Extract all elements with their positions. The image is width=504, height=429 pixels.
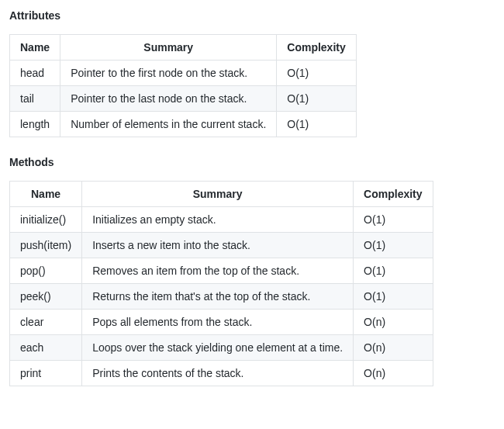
cell-name: initialize() [10,207,82,233]
cell-summary: Pointer to the last node on the stack. [60,86,277,112]
table-row: clear Pops all elements from the stack. … [10,310,433,335]
section-title-methods: Methods [9,156,495,168]
cell-summary: Loops over the stack yielding one elemen… [82,335,354,361]
col-header-name: Name [10,35,60,61]
cell-complexity: O(n) [354,335,433,361]
table-row: each Loops over the stack yielding one e… [10,335,433,361]
table-row: initialize() Initializes an empty stack.… [10,207,433,233]
table-row: pop() Removes an item from the top of th… [10,258,433,284]
table-row: print Prints the contents of the stack. … [10,361,433,386]
col-header-complexity: Complexity [277,35,356,61]
table-row: push(item) Inserts a new item into the s… [10,233,433,258]
cell-name: peek() [10,284,82,310]
cell-summary: Pointer to the first node on the stack. [60,61,277,86]
table-header-row: Name Summary Complexity [10,182,433,207]
table-row: length Number of elements in the current… [10,112,357,137]
methods-table: Name Summary Complexity initialize() Ini… [9,181,433,386]
cell-complexity: O(1) [277,86,356,112]
col-header-name: Name [10,182,82,207]
attributes-table: Name Summary Complexity head Pointer to … [9,34,357,137]
cell-name: clear [10,310,82,335]
cell-summary: Number of elements in the current stack. [60,112,277,137]
cell-name: head [10,61,60,86]
cell-name: pop() [10,258,82,284]
cell-complexity: O(n) [354,310,433,335]
cell-name: length [10,112,60,137]
cell-complexity: O(1) [277,61,356,86]
table-row: tail Pointer to the last node on the sta… [10,86,357,112]
col-header-summary: Summary [82,182,354,207]
col-header-complexity: Complexity [354,182,433,207]
cell-complexity: O(1) [354,207,433,233]
cell-summary: Inserts a new item into the stack. [82,233,354,258]
cell-name: push(item) [10,233,82,258]
cell-complexity: O(1) [354,284,433,310]
cell-summary: Pops all elements from the stack. [82,310,354,335]
table-header-row: Name Summary Complexity [10,35,357,61]
cell-summary: Returns the item that's at the top of th… [82,284,354,310]
cell-summary: Initializes an empty stack. [82,207,354,233]
cell-complexity: O(n) [354,361,433,386]
cell-summary: Prints the contents of the stack. [82,361,354,386]
table-row: head Pointer to the first node on the st… [10,61,357,86]
cell-name: each [10,335,82,361]
table-row: peek() Returns the item that's at the to… [10,284,433,310]
cell-complexity: O(1) [354,258,433,284]
cell-name: print [10,361,82,386]
cell-complexity: O(1) [354,233,433,258]
col-header-summary: Summary [60,35,277,61]
section-title-attributes: Attributes [9,9,495,22]
cell-name: tail [10,86,60,112]
cell-summary: Removes an item from the top of the stac… [82,258,354,284]
cell-complexity: O(1) [277,112,356,137]
